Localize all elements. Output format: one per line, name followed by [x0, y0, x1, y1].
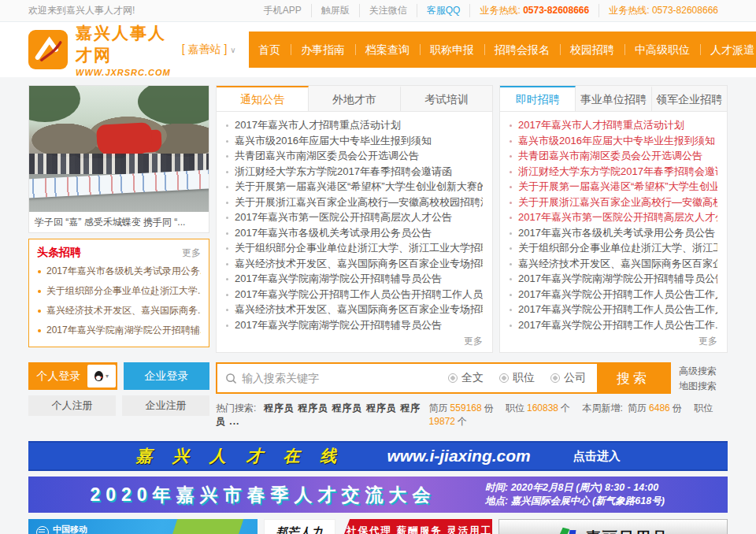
qq-login-dropdown[interactable]: ▾: [87, 365, 116, 388]
radio-circle-icon: [499, 373, 509, 383]
notices-card: 通知公告 外地才市 考试培训 2017年嘉兴市人才招聘重点活动计划 嘉兴市级20…: [216, 85, 493, 353]
hotline-primary: 业务热线: 0573-82608666: [469, 4, 598, 17]
bangmang-name: 邦芒人力: [276, 525, 323, 534]
notice-item[interactable]: 2017年嘉兴学院公开招聘工作人员公告开招聘工作人员公告开...: [226, 287, 483, 302]
tab-instant-recruit[interactable]: 即时招聘: [500, 86, 576, 111]
ad-bangmang-hr[interactable]: 邦芒人力 50bm.com 社保代理 薪酬服务 灵活用工 业务外包 人事代理 求…: [264, 519, 493, 534]
main-nav: 首页 办事指南 档案查询 职称申报 招聘会报名 校园招聘 中高级职位 人才派遣 …: [249, 32, 756, 68]
personal-login-button[interactable]: 个人登录 ▾: [28, 362, 117, 390]
job-item[interactable]: 嘉兴市级2016年应届大中专毕业生报到须知: [510, 133, 717, 149]
notice-item[interactable]: 2017年嘉兴市人才招聘重点活动计划: [226, 117, 483, 133]
notice-item[interactable]: 关于开展浙江嘉兴百家企业高校行—安徽高校校园招聘活动的通...: [226, 195, 483, 210]
site-identity[interactable]: 嘉兴人事人才网 WWW.JXRSRC.COM: [76, 22, 171, 77]
notice-item[interactable]: 浙江财经大学东方学院2017年春季招聘会邀请函: [226, 164, 483, 180]
job-item[interactable]: 共青团嘉兴市南湖区委员会公开选调公告: [510, 148, 717, 164]
station-selector[interactable]: [ 嘉善站 ] ∨: [182, 43, 236, 57]
hot-search: 热门搜索: 程序员 程序员 程序员 程序员 程序员 ...: [216, 402, 427, 428]
map-search-link[interactable]: 地图搜索: [679, 379, 728, 394]
bangmang-services-line1: 社保代理 薪酬服务 灵活用工: [346, 525, 492, 534]
notice-item[interactable]: 2017年嘉兴学院南湖学院公开招聘辅导员公告: [226, 271, 483, 287]
hot-search-label: 热门搜索:: [216, 402, 256, 413]
job-item[interactable]: 关于组织部分企事业单位赴浙江大学、浙江工业大...: [510, 240, 717, 256]
job-item[interactable]: 浙江财经大学东方学院2017年春季招聘会邀请函: [510, 164, 717, 180]
nav-item-campus[interactable]: 校园招聘: [560, 44, 624, 55]
tab-leading-enterprise[interactable]: 领军企业招聘: [652, 86, 727, 111]
nav-item-senior-jobs[interactable]: 中高级职位: [624, 44, 700, 55]
job-item[interactable]: 2017年嘉兴学院公开招聘工作人员公告工作人员...: [510, 302, 717, 317]
radio-company[interactable]: 公司: [550, 371, 586, 385]
search-button[interactable]: 搜索: [597, 364, 669, 392]
topbar-link-qq-service[interactable]: 客服QQ: [417, 4, 470, 17]
ad-china-mobile[interactable]: 中国移动 China Mobile 季度会员 移动花卡: [28, 519, 258, 534]
job-item[interactable]: 嘉兴经济技术开发区、嘉兴国际商务区百家企业专...: [510, 256, 717, 272]
job-item[interactable]: 关于开展第一届嘉兴港区“希望杯”大学生创业创...: [510, 179, 717, 195]
radio-circle-icon: [448, 373, 458, 383]
notice-item[interactable]: 嘉兴经济技术开发区、嘉兴国际商务区百家企业专场招聘会公告: [226, 256, 483, 272]
jaly-logo-icon: JALY: [558, 528, 578, 534]
headline-item[interactable]: 2017年嘉兴市各级机关考试录用公务...: [37, 261, 201, 281]
tab-public-institution[interactable]: 事业单位招聘: [576, 86, 651, 111]
job-item[interactable]: 2017年嘉兴市人才招聘重点活动计划: [510, 117, 717, 133]
personal-register-button[interactable]: 个人注册: [28, 395, 116, 416]
headline-item[interactable]: 关于组织部分企事业单位赴浙江大学...: [37, 281, 201, 301]
news-photo-card[interactable]: 学子回 “嘉” 感受禾城蝶变 携手同 “...: [28, 85, 209, 233]
site-logo-icon[interactable]: [28, 30, 68, 69]
notice-item[interactable]: 关于开展第一届嘉兴港区“希望杯”大学生创业创新大赛的通知: [226, 179, 483, 195]
job-item[interactable]: 2017年嘉兴市第一医院公开招聘高层次人才公告: [510, 210, 717, 225]
notice-item[interactable]: 关于组织部分企事业单位赴浙江大学、浙江工业大学招聘人才的...: [226, 240, 483, 256]
china-mobile-logo-icon: [36, 526, 49, 534]
headline-more-link[interactable]: 更多: [182, 247, 201, 260]
radio-position[interactable]: 职位: [499, 371, 535, 385]
search-bar: 全文 职位 公司 搜索: [216, 362, 671, 394]
notice-item[interactable]: 共青团嘉兴市南湖区委员会公开选调公告: [226, 148, 483, 164]
notice-item[interactable]: 2017年嘉兴学院南湖学院公开招聘辅导员公告: [226, 317, 483, 333]
banner-spring-jobfair[interactable]: 2020年嘉兴市春季人才交流大会 时间: 2020年2月8日 (周六) 8:30…: [28, 477, 728, 513]
job-item[interactable]: 2017年嘉兴学院南湖学院公开招聘辅导员公告: [510, 271, 717, 287]
notice-item[interactable]: 2017年嘉兴市各级机关考试录用公务员公告: [226, 225, 483, 241]
job-item[interactable]: 2017年嘉兴市各级机关考试录用公务员公告: [510, 225, 717, 241]
topbar-link-touch-version[interactable]: 触屏版: [311, 4, 359, 17]
search-icon: [225, 373, 237, 384]
nav-item-archive-query[interactable]: 档案查询: [355, 44, 420, 55]
notices-more-link[interactable]: 更多: [464, 336, 483, 347]
notice-item[interactable]: 嘉兴经济技术开发区、嘉兴国际商务区百家企业专场招聘会公告: [226, 302, 483, 317]
headline-item[interactable]: 2017年嘉兴学院南湖学院公开招聘辅...: [37, 321, 201, 340]
welcome-text: 欢迎来到嘉兴人事人才网!: [28, 4, 135, 17]
hotline-secondary: 业务热线: 0573-82608666: [598, 4, 728, 17]
nav-item-guide[interactable]: 办事指南: [291, 44, 355, 55]
enterprise-login-button[interactable]: 企业登录: [124, 362, 209, 390]
site-name: 嘉兴人事人才网: [76, 22, 171, 66]
tab-outside-talent[interactable]: 外地才市: [309, 86, 401, 111]
login-block: 个人登录 ▾ 企业登录 个人注册 企业注册: [28, 362, 209, 416]
tab-notices[interactable]: 通知公告: [217, 86, 309, 111]
radio-fulltext[interactable]: 全文: [448, 371, 484, 385]
photo-red-sculpture-shape: [96, 122, 153, 157]
job-item[interactable]: 关于开展浙江嘉兴百家企业高校行—安徽高校校园...: [510, 195, 717, 210]
notice-item[interactable]: 2017年嘉兴市第一医院公开招聘高层次人才公告: [226, 210, 483, 225]
photo-caption[interactable]: 学子回 “嘉” 感受禾城蝶变 携手同 “...: [29, 212, 209, 232]
ad-jialy[interactable]: JALY 嘉丽日用品: [498, 519, 728, 534]
nav-item-jobfair-signup[interactable]: 招聘会报名: [484, 44, 560, 55]
headline-item[interactable]: 嘉兴经济技术开发区、嘉兴国际商务...: [37, 301, 201, 321]
jobs-more-link[interactable]: 更多: [699, 336, 717, 347]
job-item[interactable]: 2017年嘉兴学院公开招聘工作人员公告工作人员...: [510, 287, 717, 302]
jialy-name: 嘉丽日用品: [586, 528, 669, 534]
enterprise-register-button[interactable]: 企业注册: [122, 395, 209, 416]
site-url: WWW.JXRSRC.COM: [76, 68, 171, 77]
tab-exam-training[interactable]: 考试培训: [401, 86, 492, 111]
topbar-link-mobile-app[interactable]: 手机APP: [254, 4, 311, 17]
news-photo[interactable]: [29, 86, 209, 212]
advanced-search-link[interactable]: 高级搜索: [679, 364, 728, 379]
nav-item-dispatch[interactable]: 人才派遣: [700, 44, 756, 55]
nav-item-home[interactable]: 首页: [249, 44, 291, 55]
search-input[interactable]: [242, 372, 448, 384]
topbar-link-wechat[interactable]: 关注微信: [359, 4, 417, 17]
notice-item[interactable]: 嘉兴市级2016年应届大中专毕业生报到须知: [226, 133, 483, 149]
banner-jiaxing-talent-online[interactable]: 嘉 兴 人 才 在 线 www.i-jiaxing.com 点击进入: [28, 441, 728, 471]
logo-figure-icon: [32, 34, 64, 65]
chevron-down-icon: ∨: [230, 46, 235, 54]
headline-recruit-box: 头条招聘 更多 2017年嘉兴市各级机关考试录用公务... 关于组织部分企事业单…: [28, 239, 209, 347]
job-item[interactable]: 2017年嘉兴学院公开招聘工作人员公告工作...: [510, 317, 717, 333]
headline-title: 头条招聘: [37, 246, 81, 260]
nav-item-title-declare[interactable]: 职称申报: [420, 44, 484, 55]
